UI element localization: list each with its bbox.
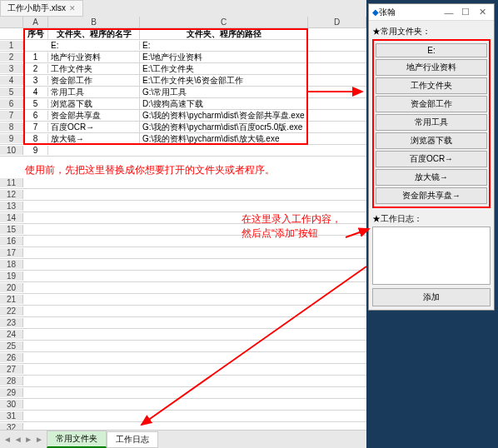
cell[interactable]: 浏览器下载: [48, 98, 140, 110]
row-head[interactable]: 10: [0, 146, 23, 155]
col-head-b[interactable]: B: [48, 17, 140, 27]
cell[interactable]: E:\地产行业资料: [140, 52, 308, 63]
row-head[interactable]: 27: [0, 365, 23, 374]
row-head[interactable]: 28: [0, 376, 23, 386]
folder-button[interactable]: 资金部共享盘→: [376, 187, 487, 204]
cell[interactable]: G:\我的资料\pycharm\dist\百度ocr5.0版.exe: [140, 122, 308, 133]
row-head[interactable]: 11: [0, 178, 23, 187]
row-head[interactable]: 18: [0, 260, 23, 269]
row-head[interactable]: 20: [0, 283, 23, 292]
folder-button[interactable]: 资金部工作: [376, 96, 487, 112]
col-head-d[interactable]: D: [308, 17, 366, 27]
row-head[interactable]: 21: [0, 295, 23, 304]
row-head[interactable]: 13: [0, 202, 23, 211]
add-button[interactable]: 添加: [372, 288, 491, 306]
annotation-text-1: 使用前，先把这里替换成你想要打开的文件夹或者程序。: [25, 163, 366, 177]
app-icon: ◆: [372, 7, 379, 17]
row-head[interactable]: 12: [0, 190, 23, 199]
cell[interactable]: E:: [140, 41, 308, 50]
select-all-corner[interactable]: [0, 17, 23, 27]
cell[interactable]: E:: [48, 41, 140, 50]
row-head[interactable]: 19: [0, 271, 23, 281]
maximize-button[interactable]: ☐: [457, 7, 474, 17]
cell[interactable]: 5: [23, 99, 48, 108]
cell[interactable]: 百度OCR→: [48, 122, 140, 133]
col-head-a[interactable]: A: [23, 17, 48, 27]
file-tab-label: 工作小助手.xlsx: [7, 2, 66, 14]
row-head[interactable]: 22: [0, 306, 23, 316]
close-icon[interactable]: ✕: [69, 4, 76, 12]
cell[interactable]: D:\搜狗高速下载: [140, 98, 308, 110]
row-head[interactable]: 32: [0, 423, 23, 430]
row-head[interactable]: 17: [0, 248, 23, 257]
close-button[interactable]: ✕: [474, 7, 491, 17]
cell[interactable]: 6: [23, 111, 48, 120]
section-label-log: ★工作日志：: [372, 213, 491, 225]
cell[interactable]: G:\我的资料\pycharm\dist\放大镜.exe: [140, 133, 308, 145]
row-head[interactable]: 31: [0, 411, 23, 421]
folder-button[interactable]: 工作文件夹: [376, 77, 487, 94]
row-head[interactable]: 3: [0, 64, 23, 73]
row-head[interactable]: 4: [0, 76, 23, 85]
row-head[interactable]: 30: [0, 400, 23, 409]
folder-button[interactable]: 放大镜→: [376, 169, 487, 186]
annotation-text-2: 在这里录入工作内容， 然后点“添加”按钮: [242, 212, 341, 241]
row-head[interactable]: 6: [0, 99, 23, 108]
row-head[interactable]: 24: [0, 330, 23, 339]
cell[interactable]: 放大镜→: [48, 133, 140, 145]
sheet-tabs: ◄ ◄ ► ► 常用文件夹 工作日志: [0, 430, 366, 448]
row-head[interactable]: 2: [0, 52, 23, 62]
cell[interactable]: 文件夹、程序的名字: [48, 28, 140, 40]
file-tabs: 工作小助手.xlsx ✕: [0, 0, 366, 17]
cell[interactable]: 资金部共享盘: [48, 110, 140, 122]
minimize-button[interactable]: —: [441, 7, 457, 17]
cell[interactable]: 4: [23, 87, 48, 97]
cell[interactable]: E:\工作文件夹: [140, 63, 308, 75]
sheet-tab-1[interactable]: 常用文件夹: [47, 431, 107, 448]
row-head[interactable]: 1: [0, 41, 23, 50]
titlebar[interactable]: ◆ 张翰 — ☐ ✕: [369, 4, 494, 21]
row-head[interactable]: 7: [0, 111, 23, 120]
cell[interactable]: 序号: [23, 28, 48, 40]
row-head[interactable]: 8: [0, 122, 23, 132]
cell[interactable]: 文件夹、程序的路径: [140, 28, 308, 40]
cell[interactable]: 地产行业资料: [48, 52, 140, 63]
column-headers: A B C D: [0, 17, 366, 28]
row-head[interactable]: 5: [0, 87, 23, 97]
sheet-nav[interactable]: ◄ ◄ ► ►: [0, 435, 47, 444]
cell[interactable]: 7: [23, 122, 48, 132]
row-head[interactable]: 29: [0, 388, 23, 397]
file-tab[interactable]: 工作小助手.xlsx ✕: [0, 0, 83, 17]
section-label-folders: ★常用文件夹：: [372, 26, 491, 37]
helper-app-window: ◆ 张翰 — ☐ ✕ ★常用文件夹： E:地产行业资料工作文件夹资金部工作常用工…: [368, 3, 495, 311]
folder-button[interactable]: E:: [376, 43, 487, 57]
cell[interactable]: 常用工具: [48, 87, 140, 98]
app-title: 张翰: [379, 7, 441, 18]
row-head[interactable]: 26: [0, 353, 23, 362]
row-head[interactable]: 25: [0, 341, 23, 351]
folder-button[interactable]: 地产行业资料: [376, 59, 487, 76]
cell[interactable]: 1: [23, 52, 48, 62]
row-head[interactable]: 14: [0, 213, 23, 222]
cell[interactable]: 工作文件夹: [48, 63, 140, 75]
annotation-box-2: E:地产行业资料工作文件夹资金部工作常用工具浏览器下载百度OCR→放大镜→资金部…: [372, 39, 491, 208]
sheet-tab-2[interactable]: 工作日志: [107, 431, 158, 448]
row-head[interactable]: 15: [0, 225, 23, 234]
row-head[interactable]: 23: [0, 318, 23, 327]
folder-button[interactable]: 百度OCR→: [376, 151, 487, 167]
cell[interactable]: 资金部工作: [48, 75, 140, 87]
log-input[interactable]: [372, 226, 491, 285]
cell[interactable]: 2: [23, 64, 48, 73]
cell[interactable]: G:\常用工具: [140, 87, 308, 98]
cell[interactable]: 9: [23, 146, 48, 155]
cell[interactable]: E:\工作文件夹\6资金部工作: [140, 75, 308, 87]
cell[interactable]: 8: [23, 134, 48, 143]
cell[interactable]: G:\我的资料\pycharm\dist\资金部共享盘.exe: [140, 110, 308, 122]
col-head-c[interactable]: C: [140, 17, 308, 27]
row-head[interactable]: 9: [0, 134, 23, 143]
cell[interactable]: 3: [23, 76, 48, 85]
folder-button[interactable]: 常用工具: [376, 114, 487, 131]
folder-button[interactable]: 浏览器下载: [376, 132, 487, 149]
row-head[interactable]: 16: [0, 236, 23, 246]
